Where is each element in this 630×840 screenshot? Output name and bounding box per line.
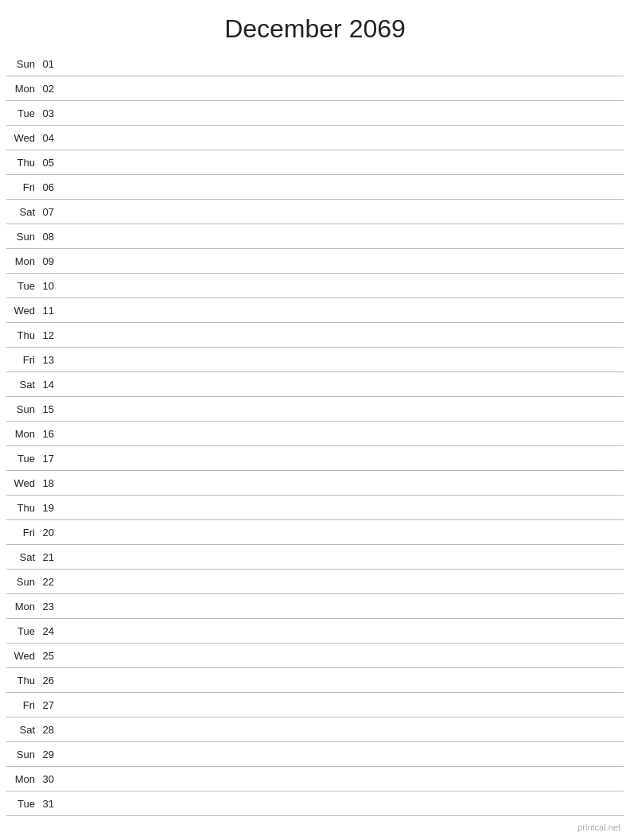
day-line (60, 261, 624, 262)
day-line (60, 606, 624, 607)
day-number: 26 (38, 675, 60, 686)
calendar-row: Tue17 (6, 446, 624, 471)
calendar-row: Tue31 (6, 791, 624, 816)
day-name: Sun (6, 403, 38, 415)
day-name: Thu (6, 502, 38, 514)
day-line (60, 310, 624, 311)
day-number: 22 (38, 576, 60, 588)
day-name: Sat (6, 551, 38, 563)
day-number: 04 (38, 132, 60, 144)
day-name: Sun (6, 749, 38, 760)
day-line (60, 335, 624, 336)
day-number: 05 (38, 157, 60, 169)
calendar-row: Sun22 (6, 570, 624, 594)
calendar-container: Sun01Mon02Tue03Wed04Thu05Fri06Sat07Sun08… (0, 52, 630, 816)
day-name: Tue (6, 107, 38, 119)
calendar-row: Fri20 (6, 520, 624, 545)
calendar-row: Sun01 (6, 52, 624, 76)
day-name: Sat (6, 206, 38, 218)
calendar-row: Mon16 (6, 422, 624, 446)
day-number: 09 (38, 255, 60, 267)
calendar-row: Thu12 (6, 323, 624, 348)
calendar-row: Thu19 (6, 496, 624, 520)
calendar-row: Mon09 (6, 249, 624, 274)
calendar-row: Thu26 (6, 668, 624, 693)
day-number: 03 (38, 107, 60, 119)
day-number: 19 (38, 502, 60, 514)
day-line (60, 162, 624, 163)
day-name: Mon (6, 601, 38, 612)
day-line (60, 655, 624, 656)
day-line (60, 236, 624, 237)
day-name: Mon (6, 773, 38, 785)
calendar-row: Sun08 (6, 224, 624, 249)
calendar-row: Tue03 (6, 101, 624, 126)
day-name: Thu (6, 675, 38, 686)
day-line (60, 508, 624, 508)
day-number: 11 (38, 305, 60, 317)
day-line (60, 729, 624, 730)
day-name: Sun (6, 576, 38, 588)
day-number: 15 (38, 403, 60, 415)
day-name: Fri (6, 354, 38, 366)
day-number: 28 (38, 724, 60, 736)
day-number: 12 (38, 329, 60, 341)
calendar-row: Fri06 (6, 175, 624, 200)
day-name: Wed (6, 477, 38, 489)
calendar-row: Tue10 (6, 274, 624, 298)
day-line (60, 483, 624, 484)
day-name: Thu (6, 329, 38, 341)
day-line (60, 458, 624, 459)
calendar-row: Mon02 (6, 76, 624, 101)
day-line (60, 705, 624, 706)
day-name: Wed (6, 650, 38, 662)
day-line (60, 754, 624, 755)
day-line (60, 557, 624, 558)
day-name: Mon (6, 83, 38, 95)
day-line (60, 532, 624, 533)
calendar-row: Mon23 (6, 594, 624, 619)
day-line (60, 212, 624, 212)
day-line (60, 803, 624, 804)
day-name: Tue (6, 798, 38, 810)
day-number: 07 (38, 206, 60, 218)
calendar-row: Sat14 (6, 372, 624, 397)
calendar-row: Fri27 (6, 693, 624, 718)
calendar-row: Thu05 (6, 150, 624, 175)
day-number: 02 (38, 83, 60, 95)
footer-text: printcal.net (578, 822, 620, 832)
page-title: December 2069 (0, 0, 630, 52)
day-name: Fri (6, 181, 38, 193)
day-name: Sun (6, 231, 38, 243)
day-number: 13 (38, 354, 60, 366)
calendar-row: Mon30 (6, 767, 624, 791)
day-name: Mon (6, 255, 38, 267)
day-line (60, 187, 624, 188)
day-name: Sat (6, 724, 38, 736)
calendar-row: Wed04 (6, 126, 624, 150)
day-line (60, 360, 624, 360)
day-line (60, 779, 624, 780)
day-number: 08 (38, 231, 60, 243)
day-number: 10 (38, 280, 60, 292)
day-line (60, 138, 624, 138)
calendar-row: Sun15 (6, 397, 624, 422)
day-number: 30 (38, 773, 60, 785)
day-line (60, 286, 624, 286)
day-number: 29 (38, 749, 60, 760)
day-line (60, 113, 624, 114)
day-number: 14 (38, 379, 60, 391)
day-name: Tue (6, 625, 38, 637)
day-name: Tue (6, 453, 38, 465)
day-line (60, 409, 624, 410)
calendar-row: Sun29 (6, 742, 624, 767)
day-name: Fri (6, 699, 38, 711)
day-number: 18 (38, 477, 60, 489)
calendar-row: Fri13 (6, 348, 624, 372)
day-number: 20 (38, 527, 60, 539)
day-number: 06 (38, 181, 60, 193)
day-line (60, 680, 624, 681)
day-line (60, 384, 624, 385)
day-line (60, 88, 624, 89)
day-line (60, 64, 624, 64)
